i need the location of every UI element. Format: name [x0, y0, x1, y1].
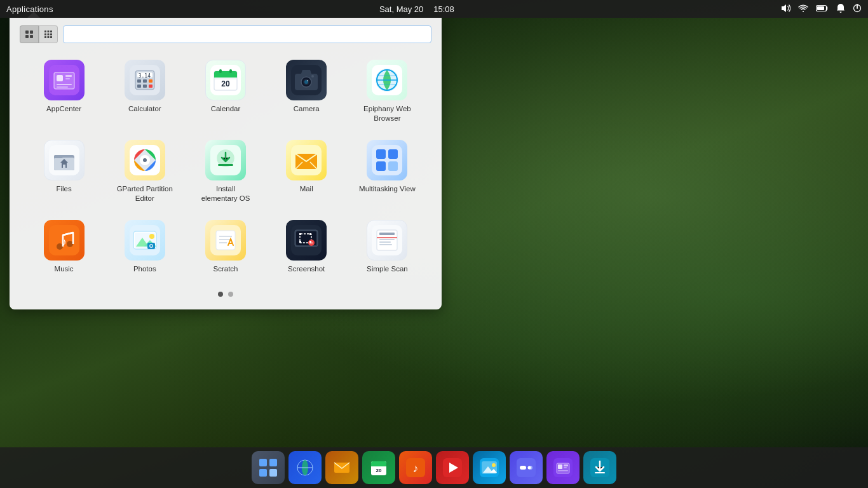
svg-rect-107: [299, 241, 301, 243]
svg-rect-16: [50, 36, 52, 38]
app-item-gparted[interactable]: GParted Partition Editor: [105, 133, 184, 208]
svg-rect-115: [379, 244, 392, 245]
app-item-calendar[interactable]: 20 Calendar: [186, 53, 264, 128]
camera-icon: [286, 60, 327, 100]
search-input[interactable]: [63, 25, 431, 43]
simplescan-label: Simple Scan: [367, 264, 408, 274]
simplescan-icon: [367, 220, 407, 261]
dock-item-videos[interactable]: [436, 451, 469, 484]
svg-rect-62: [63, 165, 65, 168]
panel-date: Sat, May 20: [379, 4, 423, 14]
calendar-label: Calendar: [211, 104, 241, 114]
panel-left: Applications: [6, 4, 53, 14]
svg-rect-10: [50, 30, 52, 32]
svg-rect-19: [57, 75, 63, 81]
svg-rect-75: [376, 149, 386, 159]
panel-right: [780, 3, 862, 15]
epiphany-label: Epiphany Web Browser: [358, 104, 416, 123]
panel-time: 15:08: [433, 4, 454, 14]
app-item-screenshot[interactable]: ✂ Screenshot: [268, 214, 346, 279]
launcher-toolbar: [20, 25, 431, 43]
grid-small-view-button[interactable]: [39, 25, 58, 43]
install-icon: [205, 140, 246, 180]
battery-icon[interactable]: [816, 4, 829, 14]
dock-item-installer[interactable]: [583, 451, 616, 484]
panel-center: Sat, May 20 15:08: [53, 4, 780, 14]
svg-point-141: [528, 466, 531, 470]
svg-rect-111: [379, 233, 395, 235]
applications-menu-label[interactable]: Applications: [6, 4, 53, 14]
app-item-scratch[interactable]: Scratch: [186, 214, 264, 279]
svg-rect-147: [558, 470, 568, 471]
svg-text:20: 20: [376, 468, 382, 473]
wifi-icon[interactable]: [798, 4, 808, 15]
svg-rect-74: [372, 145, 402, 175]
page-dot-1[interactable]: [218, 292, 223, 297]
app-item-multitasking[interactable]: Multitasking View: [348, 133, 426, 208]
mail-label: Mail: [300, 184, 313, 194]
svg-rect-22: [65, 75, 72, 77]
dock-item-calendar[interactable]: 20: [362, 451, 395, 484]
view-toggles: [20, 25, 58, 43]
dock-item-appcenter[interactable]: [546, 451, 580, 484]
dock: 20 ♪: [0, 447, 868, 488]
svg-rect-14: [44, 36, 46, 38]
app-item-mail[interactable]: Mail: [268, 133, 346, 208]
volume-icon[interactable]: [780, 4, 790, 15]
dock-item-photos[interactable]: [473, 451, 506, 484]
app-item-photos[interactable]: Photos: [105, 214, 184, 279]
svg-rect-6: [25, 35, 29, 38]
notifications-icon[interactable]: [836, 3, 845, 15]
svg-rect-127: [371, 464, 386, 466]
app-item-appcenter[interactable]: AppCenter: [25, 53, 103, 128]
dock-item-multitasking[interactable]: [252, 451, 285, 484]
svg-rect-32: [143, 85, 147, 88]
svg-rect-69: [218, 164, 233, 166]
screenshot-icon: ✂: [286, 220, 327, 261]
dock-item-epiphany[interactable]: [288, 451, 322, 484]
app-item-simplescan[interactable]: Simple Scan: [348, 214, 426, 279]
dock-item-music[interactable]: ♪: [399, 451, 432, 484]
grid-large-view-button[interactable]: [20, 25, 39, 43]
files-label: Files: [56, 184, 71, 194]
scratch-label: Scratch: [213, 264, 238, 274]
svg-point-137: [492, 463, 496, 467]
app-item-camera[interactable]: Camera: [268, 53, 346, 128]
app-item-music[interactable]: ♪ Music: [25, 214, 103, 279]
page-dot-2[interactable]: [228, 292, 233, 297]
app-item-install[interactable]: Install elementary OS: [186, 133, 264, 208]
svg-rect-119: [259, 469, 267, 477]
svg-rect-12: [48, 34, 50, 36]
svg-rect-13: [50, 34, 52, 36]
svg-rect-149: [595, 472, 605, 473]
svg-rect-37: [214, 75, 237, 78]
svg-rect-9: [48, 30, 50, 32]
svg-rect-31: [137, 85, 141, 88]
camera-label: Camera: [294, 104, 320, 114]
svg-rect-120: [269, 469, 277, 477]
dock-item-switchboard[interactable]: [510, 451, 543, 484]
power-icon[interactable]: [853, 4, 862, 15]
app-item-calculator[interactable]: 3.14 Calculator: [105, 53, 184, 128]
svg-rect-23: [65, 78, 70, 79]
svg-point-89: [149, 234, 154, 239]
svg-rect-94: [216, 231, 235, 250]
svg-rect-113: [379, 239, 395, 240]
pagination: [20, 292, 431, 297]
svg-rect-146: [564, 467, 567, 468]
files-icon: [44, 140, 85, 180]
svg-text:3.14: 3.14: [139, 73, 151, 79]
svg-rect-145: [564, 464, 568, 466]
multitasking-label: Multitasking View: [359, 184, 416, 194]
install-label: Install elementary OS: [197, 184, 254, 203]
svg-rect-118: [269, 459, 277, 466]
app-item-epiphany[interactable]: Epiphany Web Browser: [348, 53, 426, 128]
svg-rect-33: [149, 85, 153, 88]
appcenter-icon: [44, 60, 85, 100]
scratch-icon: [205, 220, 246, 261]
svg-rect-21: [57, 86, 68, 88]
music-label: Music: [55, 264, 74, 274]
dock-item-mail[interactable]: [325, 451, 358, 484]
app-item-files[interactable]: Files: [25, 133, 103, 208]
svg-rect-4: [25, 30, 29, 34]
